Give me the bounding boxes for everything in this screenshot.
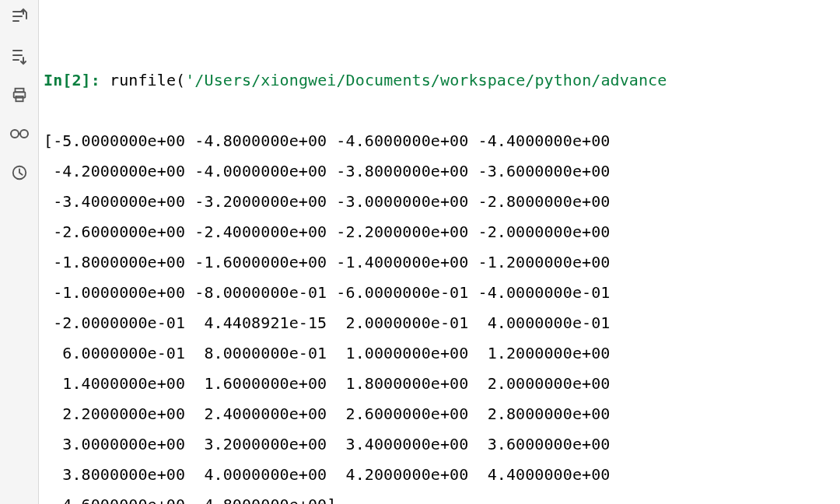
print-icon bbox=[11, 86, 28, 107]
inspect-button[interactable] bbox=[5, 121, 33, 149]
svg-point-9 bbox=[11, 130, 19, 138]
run-cell-button[interactable] bbox=[5, 44, 33, 72]
svg-rect-3 bbox=[12, 50, 23, 51]
history-icon bbox=[11, 164, 28, 185]
print-button[interactable] bbox=[5, 82, 33, 110]
run-line-button[interactable] bbox=[5, 5, 33, 33]
console-toolbar bbox=[0, 0, 39, 504]
ipython-console[interactable]: In[2]: runfile('/Users/xiongwei/Document… bbox=[39, 0, 840, 504]
run-cell-icon bbox=[10, 47, 29, 69]
svg-point-10 bbox=[20, 130, 28, 138]
svg-rect-2 bbox=[12, 20, 19, 22]
input-line: In[2]: runfile('/Users/xiongwei/Document… bbox=[44, 65, 832, 96]
svg-rect-5 bbox=[12, 59, 19, 61]
string-arg: '/Users/xiongwei/Documents/workspace/pyt… bbox=[185, 71, 667, 89]
inspect-icon bbox=[9, 126, 30, 145]
run-line-icon bbox=[10, 8, 29, 30]
svg-rect-4 bbox=[12, 54, 23, 56]
history-button[interactable] bbox=[5, 160, 33, 188]
stdout-output: [-5.0000000e+00 -4.8000000e+00 -4.600000… bbox=[44, 131, 610, 504]
svg-rect-1 bbox=[12, 16, 23, 17]
command-text: runfile( bbox=[110, 71, 185, 89]
app-root: In[2]: runfile('/Users/xiongwei/Document… bbox=[0, 0, 840, 504]
input-prompt: In[2]: bbox=[44, 71, 100, 89]
